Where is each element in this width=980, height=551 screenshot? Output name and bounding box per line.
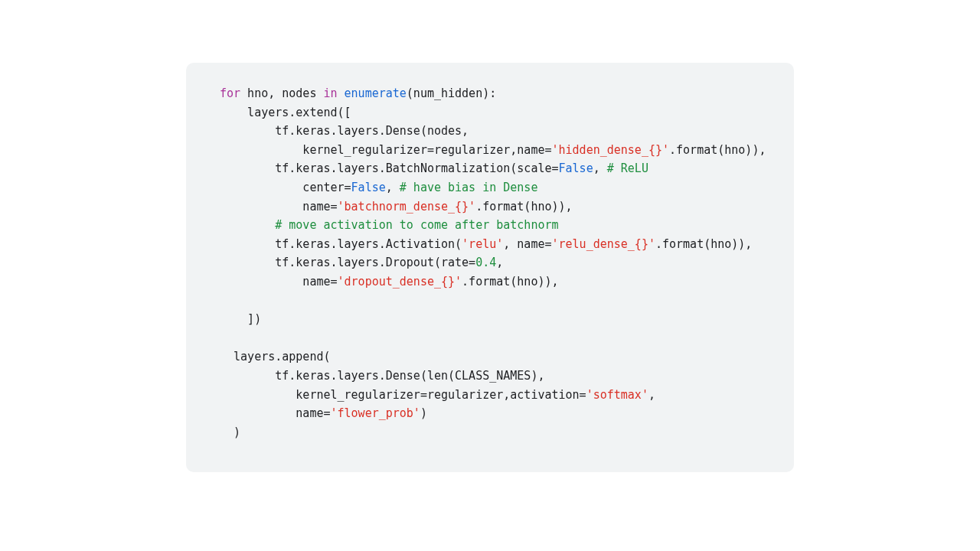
code-line-1: for hno, nodes in enumerate(num_hidden): bbox=[220, 86, 496, 100]
code-line-3: tf.keras.layers.Dense(nodes, bbox=[220, 124, 469, 138]
code-line-15: layers.append( bbox=[220, 350, 331, 364]
code-line-19: ) bbox=[220, 425, 240, 439]
code-line-6: center=False, # have bias in Dense bbox=[220, 181, 537, 194]
code-line-13: ]) bbox=[220, 312, 261, 326]
code-line-17: kernel_regularizer=regularizer,activatio… bbox=[220, 388, 655, 402]
code-line-16: tf.keras.layers.Dense(len(CLASS_NAMES), bbox=[220, 369, 544, 383]
code-line-9: tf.keras.layers.Activation('relu', name=… bbox=[220, 237, 752, 251]
code-line-7: name='batchnorm_dense_{}'.format(hno)), bbox=[220, 200, 573, 214]
code-line-5: tf.keras.layers.BatchNormalization(scale… bbox=[220, 161, 648, 175]
code-snippet: for hno, nodes in enumerate(num_hidden):… bbox=[186, 63, 794, 472]
code-line-11: name='dropout_dense_{}'.format(hno)), bbox=[220, 275, 559, 289]
code-line-18: name='flower_prob') bbox=[220, 406, 427, 420]
code-line-8: # move activation to come after batchnor… bbox=[220, 218, 559, 232]
code-line-4: kernel_regularizer=regularizer,name='hid… bbox=[220, 143, 766, 157]
code-line-10: tf.keras.layers.Dropout(rate=0.4, bbox=[220, 256, 503, 269]
code-line-2: layers.extend([ bbox=[220, 106, 351, 119]
